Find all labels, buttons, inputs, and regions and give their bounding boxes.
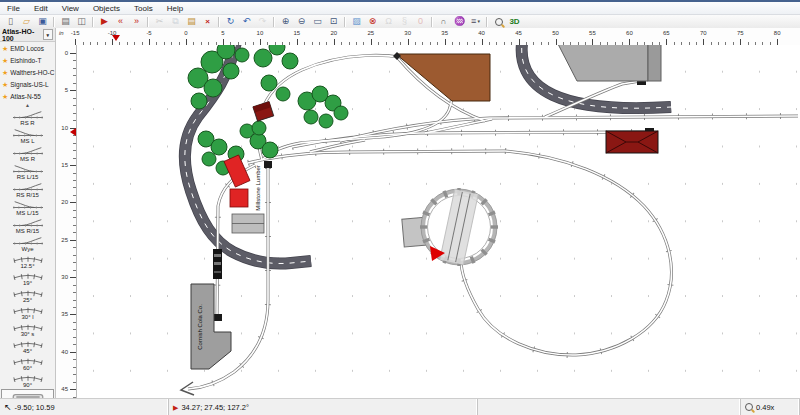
part-19-[interactable]: 19° — [0, 270, 55, 287]
zoom-level-cell[interactable]: 0.49x — [741, 399, 800, 415]
part-30-l[interactable]: 30° l — [0, 304, 55, 321]
part-wye[interactable]: Wye — [0, 235, 55, 253]
print-preview-glyph: ◫ — [77, 17, 86, 26]
part-30-s[interactable]: 30° s — [0, 321, 55, 338]
menu-view[interactable]: View — [55, 4, 86, 13]
scenery-icon[interactable]: ♒ — [452, 16, 467, 28]
bumper — [264, 161, 272, 168]
small-red-house[interactable] — [253, 102, 274, 122]
dark-red-warehouse[interactable] — [606, 131, 658, 153]
part-25-[interactable]: 25° — [0, 287, 55, 304]
v-ruler-tick — [73, 262, 76, 263]
locomotive[interactable] — [213, 249, 222, 279]
menu-objects[interactable]: Objects — [86, 4, 127, 13]
step-forward-icon[interactable]: » — [129, 16, 144, 28]
open-folder-icon[interactable]: ▱ — [19, 16, 34, 28]
v-ruler-tick — [73, 255, 76, 256]
parts-scroll-up[interactable]: ▲ — [0, 102, 55, 109]
part-rs-r-15[interactable]: RS R/15 — [0, 181, 55, 199]
new-file-icon[interactable]: ▯ — [3, 16, 18, 28]
favorite-libraries: ★EMD Locos★Eishindo-T★Walthers-HO-C★Sign… — [0, 42, 55, 102]
library-selector[interactable]: Atlas-HO-100 ▾ — [0, 28, 55, 42]
toolbar-separator — [92, 17, 94, 27]
h-ruler-number: 25 — [367, 30, 374, 36]
zoom-actual-icon[interactable]: ⊡ — [326, 16, 341, 28]
part-ms-r[interactable]: MS R — [0, 145, 55, 163]
part-label: MS L — [20, 138, 34, 145]
sidebar-library-atlas-n-55[interactable]: ★Atlas-N-55 — [0, 90, 55, 102]
lumber-yard[interactable]: Millstone Lumber — [224, 155, 264, 233]
run-icon[interactable]: ▶ — [97, 16, 112, 28]
sidebar-library-emd-locos[interactable]: ★EMD Locos — [0, 42, 55, 54]
zoom-in-icon[interactable]: ⊕ — [278, 16, 293, 28]
v-ruler-tick — [73, 337, 76, 338]
print-preview-icon[interactable]: ◫ — [74, 16, 89, 28]
part-ms-l[interactable]: MS L — [0, 127, 55, 145]
rotate-icon[interactable]: ↻ — [223, 16, 238, 28]
find-icon[interactable] — [491, 16, 506, 28]
zero-badge-icon[interactable]: 0 — [413, 16, 428, 28]
layers-glyph: ≡ — [471, 17, 476, 26]
layout-canvas[interactable]: Millstone Lumber Cornish Cola Co. — [77, 45, 800, 398]
bridge-icon[interactable]: ∩ — [436, 16, 451, 28]
selection-arrow-icon: ▶ — [173, 404, 178, 411]
cola-building[interactable]: Cornish Cola Co. — [191, 284, 231, 369]
library-dropdown-button[interactable]: ▾ — [43, 29, 53, 40]
part-label: MS R — [20, 156, 35, 163]
status-bar: ↖ -9.50; 10.59 ▶ 34.27; 27.45; 127.2° 0.… — [0, 398, 800, 415]
save-icon[interactable]: ▣ — [35, 16, 50, 28]
v-ruler-number: 40 — [61, 349, 68, 355]
cut-icon[interactable]: ✂ — [152, 16, 167, 28]
lock-icon[interactable]: Ω — [381, 16, 396, 28]
part-45-[interactable]: 45° — [0, 338, 55, 355]
menu-file[interactable]: File — [0, 4, 27, 13]
turnout-thumbnail — [8, 218, 48, 228]
sidebar-library-eishindo-t[interactable]: ★Eishindo-T — [0, 54, 55, 66]
v-ruler-tick — [73, 173, 76, 174]
menu-help[interactable]: Help — [160, 4, 190, 13]
3d-view-icon[interactable]: 3D — [507, 16, 522, 28]
part-label: RS R — [20, 120, 34, 127]
part-90-[interactable]: 90° — [0, 372, 55, 389]
curve-thumbnail — [8, 253, 48, 263]
sidebar-library-walthers-ho-c[interactable]: ★Walthers-HO-C — [0, 66, 55, 78]
zoom-out-icon[interactable]: ⊖ — [294, 16, 309, 28]
part-turntable[interactable]: Turntable — [1, 389, 54, 398]
paste-glyph: ▤ — [187, 17, 196, 26]
curve-thumbnail — [8, 355, 48, 365]
gray-building-northeast[interactable] — [558, 45, 661, 81]
favorite-star-icon: ★ — [2, 69, 8, 76]
delete-icon[interactable]: × — [200, 16, 215, 28]
crossing-glyph: ⊗ — [369, 17, 377, 26]
v-ruler-tick — [73, 300, 76, 301]
paste-icon[interactable]: ▤ — [184, 16, 199, 28]
brown-building[interactable] — [393, 52, 490, 101]
attach-icon[interactable]: § — [397, 16, 412, 28]
part-ms-r-15[interactable]: MS R/15 — [0, 217, 55, 235]
menu-tools[interactable]: Tools — [127, 4, 160, 13]
part-rs-l-15[interactable]: RS L/15 — [0, 163, 55, 181]
zoom-region-icon[interactable]: ▭ — [310, 16, 325, 28]
open-folder-glyph: ▱ — [23, 17, 30, 26]
bridge-glyph: ∩ — [441, 18, 447, 26]
sidebar-library-signals-us-l[interactable]: ★Signals-US-L — [0, 78, 55, 90]
background-image-icon[interactable]: ▨ — [349, 16, 364, 28]
step-back-icon[interactable]: « — [113, 16, 128, 28]
v-ruler-tick — [73, 329, 76, 330]
layers-icon[interactable]: ≡▾ — [468, 16, 483, 28]
undo-icon[interactable]: ↶ — [239, 16, 254, 28]
redo-icon[interactable]: ↷ — [255, 16, 270, 28]
turntable[interactable] — [402, 188, 498, 266]
copy-icon[interactable]: ⧉ — [168, 16, 183, 28]
part-rs-r[interactable]: RS R — [0, 109, 55, 127]
layers-dropdown-arrow[interactable]: ▾ — [477, 19, 480, 24]
print-icon[interactable]: ▤ — [58, 16, 73, 28]
library-item-label: Atlas-N-55 — [10, 93, 41, 100]
crossing-icon[interactable]: ⊗ — [365, 16, 380, 28]
part-12-5-[interactable]: 12.5° — [0, 253, 55, 270]
cut-glyph: ✂ — [156, 17, 164, 26]
turnout-thumbnail — [8, 128, 48, 138]
part-60-[interactable]: 60° — [0, 355, 55, 372]
menu-edit[interactable]: Edit — [27, 4, 55, 13]
part-ms-l-15[interactable]: MS L/15 — [0, 199, 55, 217]
